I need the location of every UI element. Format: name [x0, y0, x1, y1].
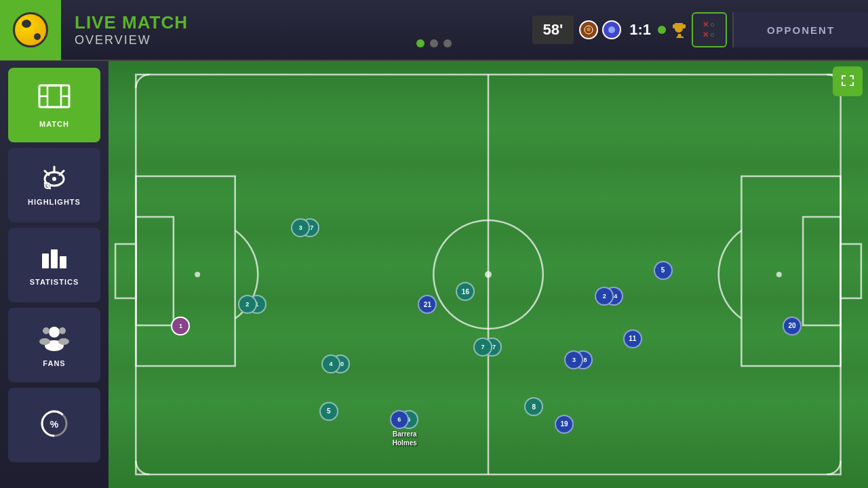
tactics-x1: ✕: [703, 20, 709, 29]
player-3-front: 3: [291, 218, 310, 237]
page-dots: [416, 39, 452, 47]
player-stack-14-2[interactable]: 14 2: [595, 287, 625, 306]
player-stack-18-3[interactable]: 18 3: [564, 350, 594, 369]
svg-rect-23: [136, 75, 840, 474]
sidebar-item-statistics[interactable]: STATISTICS: [8, 228, 100, 302]
opponent-button[interactable]: OPPONENT: [732, 12, 868, 47]
player-6-barrera[interactable]: 6 6 Barrera Holmes: [390, 410, 420, 447]
svg-point-16: [43, 327, 50, 334]
svg-text:%: %: [50, 419, 59, 430]
svg-point-26: [485, 271, 492, 278]
svg-point-19: [58, 338, 69, 345]
home-team-icon: [579, 20, 598, 39]
sidebar-item-fans[interactable]: FANS: [8, 308, 100, 382]
player-11[interactable]: 11: [623, 329, 642, 348]
highlights-icon: [39, 164, 69, 194]
player-stack-10-4[interactable]: 10 4: [321, 354, 351, 373]
match-score: 1:1: [629, 21, 651, 39]
player-5-away[interactable]: 5: [654, 261, 673, 280]
svg-rect-11: [42, 253, 49, 268]
svg-rect-2: [47, 85, 61, 107]
svg-rect-32: [803, 217, 840, 325]
player-19[interactable]: 19: [555, 415, 574, 434]
player-3a-front: 3: [564, 350, 583, 369]
player-stack-2-1[interactable]: 1 2: [238, 295, 268, 314]
dot-3[interactable]: [443, 39, 452, 47]
svg-point-25: [433, 220, 542, 329]
opponent-trophy: [670, 20, 689, 39]
player-6-front: 6: [390, 410, 409, 429]
live-match-title: LIVE MATCH: [75, 12, 519, 33]
soccer-field: 1 1 2 17 3 10 4: [108, 61, 868, 488]
match-time: 58': [532, 16, 574, 44]
svg-rect-33: [841, 244, 861, 298]
svg-rect-27: [136, 176, 235, 366]
match-label: MATCH: [39, 120, 69, 128]
player-16[interactable]: 16: [456, 282, 475, 301]
statistics-icon: [39, 244, 69, 274]
player-21[interactable]: 21: [418, 295, 437, 314]
svg-point-17: [39, 338, 50, 345]
fullscreen-button[interactable]: [833, 66, 863, 96]
field-markings-svg: [108, 61, 868, 488]
player-4-front: 4: [321, 354, 340, 373]
player-stack-3-17[interactable]: 17 3: [291, 218, 321, 237]
fans-icon: [39, 323, 69, 355]
svg-point-18: [59, 327, 66, 334]
player-barrera-name: Barrera: [393, 430, 417, 438]
sidebar-item-odds[interactable]: %: [8, 388, 100, 462]
svg-rect-31: [741, 176, 840, 366]
svg-rect-29: [115, 244, 136, 298]
logo-box: [0, 0, 61, 60]
svg-line-9: [45, 171, 49, 175]
main-layout: MATCH HIGHLIGHTS: [0, 61, 868, 488]
player-20[interactable]: 20: [783, 317, 802, 336]
svg-point-14: [49, 327, 60, 338]
header-title: LIVE MATCH OVERVIEW: [61, 12, 532, 47]
header: LIVE MATCH OVERVIEW 58' 1:1: [0, 0, 868, 61]
tactics-button[interactable]: ✕ ○ ✕ ○: [692, 12, 727, 47]
sidebar: MATCH HIGHLIGHTS: [0, 61, 108, 488]
svg-point-6: [52, 177, 56, 181]
odds-icon: %: [39, 409, 69, 441]
tactics-o2: ○: [710, 30, 716, 39]
overview-subtitle: OVERVIEW: [75, 33, 519, 47]
live-indicator: [658, 26, 666, 34]
player-8[interactable]: 8: [524, 397, 543, 416]
sidebar-item-highlights[interactable]: HIGHLIGHTS: [8, 148, 100, 222]
svg-rect-13: [60, 256, 66, 268]
fans-label: FANS: [43, 359, 65, 367]
statistics-label: STATISTICS: [30, 278, 79, 286]
match-icon: [38, 83, 71, 116]
player-stack-7-17[interactable]: 17 7: [473, 338, 503, 357]
player-7-front: 7: [473, 338, 492, 357]
dot-2[interactable]: [430, 39, 438, 47]
player-5[interactable]: 5: [319, 402, 338, 421]
tactics-o1: ○: [710, 20, 716, 29]
player-gk-1[interactable]: 1: [171, 317, 190, 336]
tactics-x2: ✕: [703, 30, 709, 39]
player-2a-front: 2: [595, 287, 614, 306]
player-holmes-name: Holmes: [393, 439, 417, 447]
field-container: 1 1 2 17 3 10 4: [108, 61, 868, 488]
team-icons: [579, 20, 621, 39]
svg-point-30: [195, 272, 200, 277]
svg-rect-28: [136, 217, 173, 325]
dot-1[interactable]: [416, 39, 425, 47]
svg-point-34: [776, 272, 782, 277]
score-dot-blue: [602, 20, 621, 39]
svg-line-8: [60, 171, 64, 175]
sidebar-item-match[interactable]: MATCH: [8, 68, 100, 142]
player-2-front: 2: [238, 295, 257, 314]
logo-ball: [13, 12, 48, 47]
header-right: 58' 1:1 ✕ ○ ✕ ○: [532, 12, 869, 47]
svg-rect-12: [51, 249, 58, 268]
highlights-label: HIGHLIGHTS: [28, 198, 81, 206]
